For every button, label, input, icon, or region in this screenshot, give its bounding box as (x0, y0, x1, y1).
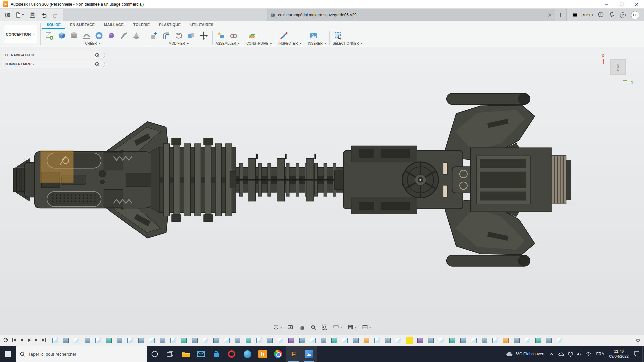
timeline-feature[interactable] (353, 338, 359, 343)
orbit-icon[interactable] (273, 324, 282, 330)
taskbar-app-opera[interactable] (224, 346, 239, 362)
timeline-feature[interactable] (288, 338, 294, 343)
measure-icon[interactable] (278, 30, 290, 41)
taskbar-search-input[interactable] (16, 346, 147, 362)
taskbar-app-fusion360[interactable]: F (286, 346, 301, 362)
model-canvas[interactable]: NAVIGATEUR COMMENTAIRES X BAS Y (0, 47, 644, 335)
tab-en-surface[interactable]: EN SURFACE (65, 21, 99, 29)
skip-to-end-icon[interactable] (42, 338, 46, 343)
help-icon[interactable]: ? (620, 12, 626, 18)
grid-settings-icon[interactable] (347, 324, 357, 330)
tab-maillage[interactable]: MAILLAGE (99, 21, 128, 29)
timeline-options-icon[interactable] (3, 338, 8, 343)
timeline-feature[interactable] (224, 338, 230, 343)
step-forward-icon[interactable] (35, 338, 38, 343)
redo-icon[interactable] (52, 12, 59, 18)
timeline-feature[interactable] (106, 338, 112, 343)
timeline-feature[interactable] (63, 338, 69, 343)
group-label-create[interactable]: CRÉER (44, 42, 142, 47)
new-component-icon[interactable] (216, 30, 227, 41)
timeline-feature[interactable] (310, 338, 316, 343)
timeline-feature[interactable] (407, 338, 412, 343)
revolve-icon[interactable] (81, 30, 92, 41)
group-label-assemble[interactable]: ASSEMBLER (216, 42, 240, 47)
group-label-modify[interactable]: MODIFIER (148, 42, 209, 47)
timeline-feature[interactable] (117, 338, 122, 343)
timeline-feature[interactable] (331, 338, 337, 343)
timeline-feature[interactable] (278, 338, 283, 343)
create-sketch-icon[interactable] (44, 30, 55, 41)
language-indicator[interactable]: FRA (596, 352, 604, 356)
timeline-feature[interactable] (482, 338, 487, 343)
recent-clock-icon[interactable] (598, 12, 604, 18)
timeline-feature[interactable] (439, 338, 444, 343)
taskbar-app-browser[interactable] (239, 346, 255, 362)
sweep-icon[interactable] (118, 30, 129, 41)
timeline-feature[interactable] (449, 338, 455, 343)
document-tab[interactable]: croiseur impérial makara sauvegarde06 v2… (267, 9, 555, 21)
panel-pin-icon[interactable] (95, 53, 99, 57)
torus-icon[interactable] (93, 30, 105, 41)
file-menu-icon[interactable] (15, 12, 24, 18)
timeline-feature[interactable] (417, 338, 423, 343)
timeline-feature[interactable] (503, 338, 509, 343)
collapse-chevrons-icon[interactable] (5, 53, 9, 57)
create-form-icon[interactable] (106, 30, 117, 41)
timeline-feature[interactable] (321, 338, 326, 343)
clock-widget[interactable]: 11:46 09/04/2022 (609, 349, 629, 359)
hidden-icons-caret[interactable] (549, 352, 553, 356)
move-copy-icon[interactable] (198, 30, 209, 41)
timeline-feature[interactable] (127, 338, 133, 343)
timeline-feature[interactable] (460, 338, 466, 343)
timeline-feature[interactable] (181, 338, 187, 343)
action-center-icon[interactable] (634, 351, 640, 357)
viewcube[interactable]: X BAS Y (601, 54, 635, 84)
group-label-insert[interactable]: INSÉRER (308, 42, 326, 47)
tab-tolerie[interactable]: TÔLERIE (128, 21, 154, 29)
user-avatar[interactable]: CL (631, 11, 639, 19)
taskbar-app-photos[interactable] (301, 346, 317, 362)
timeline-feature[interactable] (149, 338, 155, 343)
notifications-bell-icon[interactable] (609, 12, 614, 18)
start-button[interactable] (0, 346, 16, 362)
task-view-button[interactable] (162, 346, 178, 362)
select-icon[interactable] (333, 30, 344, 41)
taskbar-app-h[interactable]: h (255, 346, 270, 362)
viewports-icon[interactable] (362, 324, 371, 330)
viewcube-face-bottom[interactable]: BAS (610, 59, 626, 75)
undo-icon[interactable] (41, 12, 47, 18)
new-tab-button[interactable] (555, 9, 567, 21)
timeline-feature[interactable] (535, 338, 541, 343)
timeline-feature[interactable] (95, 338, 101, 343)
close-button[interactable] (629, 0, 644, 8)
group-label-select[interactable]: SÉLECTIONNER (333, 42, 363, 47)
save-icon[interactable] (30, 12, 35, 18)
timeline-feature[interactable] (364, 338, 369, 343)
show-desktop-button[interactable] (642, 346, 644, 362)
security-shield-icon[interactable] (568, 352, 573, 357)
timeline-feature[interactable] (74, 338, 79, 343)
job-status-button[interactable]: 5 sur 10 (573, 13, 593, 18)
timeline-feature[interactable] (160, 338, 165, 343)
display-settings-icon[interactable] (333, 324, 342, 330)
fit-icon[interactable] (322, 324, 328, 330)
combine-icon[interactable] (185, 30, 197, 41)
group-label-construct[interactable]: CONSTRUIRE (246, 42, 272, 47)
app-grid-icon[interactable] (5, 12, 10, 18)
tab-utilitaires[interactable]: UTILITAIRES (185, 21, 218, 29)
speaker-icon[interactable] (577, 352, 582, 356)
timeline-feature[interactable] (246, 338, 251, 343)
timeline-feature[interactable] (192, 338, 198, 343)
timeline-feature[interactable] (374, 338, 380, 343)
maximize-button[interactable] (614, 0, 629, 8)
construction-plane-icon[interactable] (246, 30, 258, 41)
fillet-icon[interactable] (161, 30, 172, 41)
timeline-feature[interactable] (428, 338, 434, 343)
cylinder-icon[interactable] (68, 30, 80, 41)
timeline-feature[interactable] (396, 338, 401, 343)
timeline-feature[interactable] (267, 338, 273, 343)
tab-plastique[interactable]: PLASTIQUE (154, 21, 185, 29)
timeline-feature[interactable] (471, 338, 477, 343)
timeline-gear-icon[interactable] (635, 338, 641, 343)
step-back-icon[interactable] (20, 338, 23, 343)
